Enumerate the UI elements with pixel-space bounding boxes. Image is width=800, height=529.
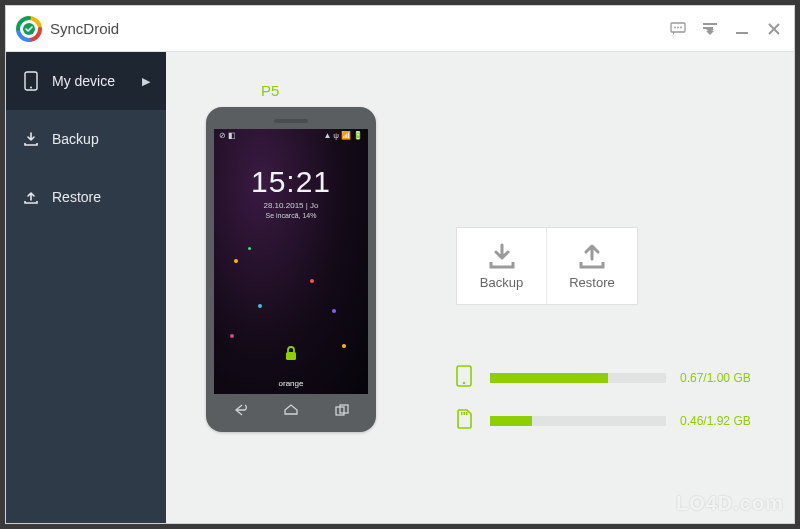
button-label: Backup <box>480 275 523 290</box>
phone-storage-icon <box>456 365 476 391</box>
upload-icon <box>577 243 607 269</box>
watermark: LO4D.com <box>676 492 784 515</box>
sidebar-item-backup[interactable]: Backup <box>6 110 166 168</box>
chevron-right-icon: ▶ <box>142 75 150 88</box>
phone-mock: ⊘◧ ▲ψ📶🔋 15:21 28.10.2015 | Jo Se incarcă… <box>206 107 376 432</box>
right-column: Backup Restore <box>376 82 754 433</box>
download-icon <box>487 243 517 269</box>
nav-back-icon <box>231 404 249 416</box>
action-buttons: Backup Restore <box>456 227 638 305</box>
app-logo-icon <box>16 16 42 42</box>
wallpaper-dot <box>248 247 251 250</box>
feedback-button[interactable] <box>668 19 688 39</box>
wallpaper-dot <box>234 259 238 263</box>
sidebar: My device ▶ Backup Restore <box>6 52 166 523</box>
svg-point-3 <box>677 26 679 28</box>
sidebar-item-my-device[interactable]: My device ▶ <box>6 52 166 110</box>
main-panel: P5 ⊘◧ ▲ψ📶🔋 15:21 28.10.2015 | Jo Se inca… <box>166 52 794 523</box>
sidebar-item-label: Backup <box>52 131 99 147</box>
storage-section: 0.67/1.00 GB 0.46/1.92 GB <box>456 365 754 433</box>
svg-rect-18 <box>464 412 466 415</box>
svg-point-11 <box>30 87 32 89</box>
minimize-button[interactable] <box>732 19 752 39</box>
button-label: Restore <box>569 275 615 290</box>
storage-bar <box>490 416 666 426</box>
storage-bar-fill <box>490 416 532 426</box>
body: My device ▶ Backup Restore P5 <box>6 52 794 523</box>
carrier-label: orange <box>279 379 304 388</box>
wallpaper-dot <box>258 304 262 308</box>
lockscreen-date: 28.10.2015 | Jo <box>263 201 318 210</box>
storage-bar-fill <box>490 373 608 383</box>
lockscreen-clock: 15:21 <box>251 165 331 199</box>
lock-icon <box>283 344 299 360</box>
phone-icon <box>22 71 40 91</box>
wallpaper-dot <box>342 344 346 348</box>
statusbar-left: ⊘◧ <box>218 131 237 140</box>
upload-icon <box>22 189 40 205</box>
svg-rect-5 <box>703 23 717 25</box>
storage-text: 0.67/1.00 GB <box>680 371 751 385</box>
menu-button[interactable] <box>700 19 720 39</box>
svg-rect-6 <box>703 27 713 29</box>
phone-navbar <box>214 400 368 420</box>
wallpaper-dot <box>230 334 234 338</box>
phone-screen: ⊘◧ ▲ψ📶🔋 15:21 28.10.2015 | Jo Se incarcă… <box>214 129 368 394</box>
sidebar-item-restore[interactable]: Restore <box>6 168 166 226</box>
phone-speaker <box>274 119 308 123</box>
svg-point-16 <box>463 382 465 384</box>
sidebar-item-label: My device <box>52 73 115 89</box>
sdcard-icon <box>456 409 476 433</box>
svg-rect-12 <box>286 352 296 360</box>
app-window: SyncDroid My device ▶ <box>5 5 795 524</box>
statusbar-right: ▲ψ📶🔋 <box>322 131 364 140</box>
restore-button[interactable]: Restore <box>547 228 637 304</box>
device-name: P5 <box>261 82 376 99</box>
storage-row-internal: 0.67/1.00 GB <box>456 365 754 391</box>
close-button[interactable] <box>764 19 784 39</box>
svg-marker-8 <box>706 31 714 35</box>
svg-rect-9 <box>736 32 748 34</box>
svg-point-4 <box>680 26 682 28</box>
nav-home-icon <box>282 404 300 416</box>
svg-rect-19 <box>466 412 468 415</box>
svg-point-2 <box>674 26 676 28</box>
phone-statusbar: ⊘◧ ▲ψ📶🔋 <box>214 129 368 143</box>
svg-rect-17 <box>461 412 463 415</box>
storage-bar <box>490 373 666 383</box>
backup-button[interactable]: Backup <box>457 228 547 304</box>
wallpaper-dot <box>332 309 336 313</box>
storage-text: 0.46/1.92 GB <box>680 414 751 428</box>
sidebar-item-label: Restore <box>52 189 101 205</box>
nav-recent-icon <box>333 404 351 416</box>
download-icon <box>22 131 40 147</box>
wallpaper-dot <box>310 279 314 283</box>
lockscreen-charging: Se incarcă, 14% <box>266 212 317 219</box>
app-title: SyncDroid <box>50 20 119 37</box>
device-column: P5 ⊘◧ ▲ψ📶🔋 15:21 28.10.2015 | Jo Se inca… <box>206 82 376 432</box>
storage-row-sdcard: 0.46/1.92 GB <box>456 409 754 433</box>
titlebar: SyncDroid <box>6 6 794 52</box>
